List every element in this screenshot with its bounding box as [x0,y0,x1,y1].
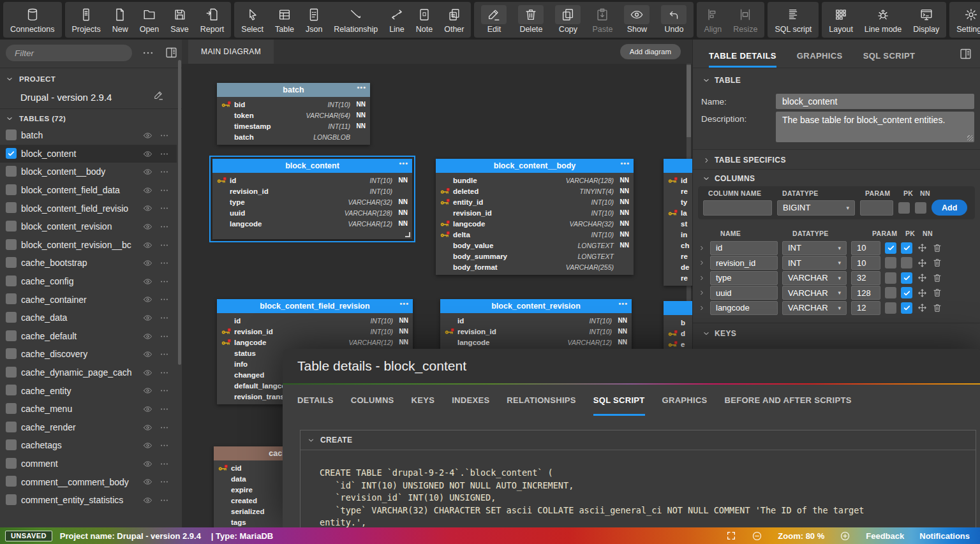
tables-section-header[interactable]: TABLES (72) [0,111,182,126]
modal-tab-indexes[interactable]: INDEXES [452,385,489,416]
table-visibility-checkbox[interactable] [6,129,17,140]
toolbar-select-button[interactable]: Select [235,3,269,36]
entity-header[interactable]: block_content_revision••• [440,299,632,313]
table-visibility-checkbox[interactable] [6,476,17,487]
column-name-input[interactable]: langcode [710,301,778,315]
table-list-item[interactable]: block_content_revision__bc [0,236,177,254]
entity-column-row[interactable]: langcodeVARCHAR(32)NN [436,218,634,229]
delete-row-icon[interactable] [932,243,942,253]
more-options-icon[interactable] [160,203,169,216]
table-list-item[interactable]: block_content__body [0,163,177,181]
sidebar-more-button[interactable] [142,47,154,62]
entity-column-row[interactable]: revision_idINT(10) [212,186,412,196]
entity-column-row[interactable]: entity_idINT(10)NN [436,196,634,207]
column-param-input[interactable]: 128 [851,286,880,300]
eye-icon[interactable] [143,477,152,489]
more-options-icon[interactable] [160,131,169,143]
modal-tab-graphics[interactable]: GRAPHICS [662,385,708,416]
modal-tab-sql-script[interactable]: SQL SCRIPT [593,385,645,416]
column-datatype-select[interactable]: INT▾ [782,241,847,255]
table-list-item[interactable]: comment [0,455,177,473]
entity-column-row[interactable]: uuidVARCHAR(128)NN [212,207,412,218]
table-section-header[interactable]: TABLE [698,73,741,88]
entity-column-row[interactable]: timestampINT(11)NN [217,121,370,131]
filter-input[interactable]: Filter [6,45,132,61]
entity-column-row[interactable]: re [664,186,692,196]
pk-checkbox[interactable] [885,257,896,268]
entity-header[interactable]: ••• [664,301,692,315]
table-list-item[interactable]: cache_discovery [0,345,177,364]
move-row-icon[interactable] [917,288,928,298]
column-datatype-select[interactable]: INT▾ [782,256,847,270]
eye-icon[interactable] [143,459,152,471]
more-options-icon[interactable] [160,386,169,398]
sql-script-code[interactable]: CREATE TABLE `drupal-9-2-4`.`block_conte… [320,467,976,527]
entity-column-row[interactable]: body_summaryLONGTEXT [436,251,634,261]
modal-tab-keys[interactable]: KEYS [412,385,435,416]
entity-menu-icon[interactable]: ••• [357,84,366,91]
toolbar-edit-button[interactable]: Edit [475,3,512,36]
table-visibility-checkbox[interactable] [6,367,17,378]
toolbar-show-button[interactable]: Show [618,3,655,36]
toolbar-other-button[interactable]: Other [438,3,470,36]
edit-project-icon[interactable] [153,90,164,103]
table-visibility-checkbox[interactable] [6,293,17,304]
entity-column-row[interactable]: revision_idINT(10)NN [440,326,632,337]
table-visibility-checkbox[interactable] [6,221,17,232]
more-options-icon[interactable] [160,167,169,179]
more-options-icon[interactable] [160,404,169,416]
more-options-icon[interactable] [160,258,169,270]
more-options-icon[interactable] [160,222,169,234]
move-row-icon[interactable] [917,242,928,253]
new-column-name-input[interactable] [703,200,772,216]
more-options-icon[interactable] [160,349,169,362]
table-list-item[interactable]: comment_entity_statistics [0,491,177,510]
more-options-icon[interactable] [160,368,169,380]
table-list-item[interactable]: cache_dynamic_page_cach [0,364,177,382]
table-visibility-checkbox[interactable] [6,184,17,195]
entity-column-row[interactable]: deltaINT(10)NN [436,229,634,240]
column-name-input[interactable]: id [710,241,778,255]
entity-column-row[interactable]: bidINT(10)NN [217,99,370,110]
entity-table-block-content-body[interactable]: block_content__body•••bundleVARCHAR(128)… [436,159,634,275]
table-visibility-checkbox[interactable] [6,257,17,268]
sidebar-panel-toggle-icon[interactable] [165,46,178,62]
right-panel-tab-graphics[interactable]: GRAPHICS [797,45,843,68]
entity-column-row[interactable]: langcodeVARCHAR(12)NN [440,337,632,348]
toolbar-sql-script-button[interactable]: SQL script [769,3,817,36]
eye-icon[interactable] [143,349,152,362]
delete-row-icon[interactable] [932,288,942,298]
entity-table[interactable]: •••bde [664,301,692,352]
table-list-item[interactable]: cache_config [0,272,177,291]
toolbar-delete-button[interactable]: Delete [512,3,549,36]
toolbar-layout-button[interactable]: Layout [823,3,859,36]
entity-column-row[interactable]: bundleVARCHAR(128)NN [436,175,634,186]
modal-tab-before-and-after-scripts[interactable]: BEFORE AND AFTER SCRIPTS [725,385,852,416]
table-list-item[interactable]: block_content_revision [0,217,177,236]
toolbar-projects-button[interactable]: Projects [66,3,107,36]
table-visibility-checkbox[interactable] [6,348,17,359]
table-list-item[interactable]: comment__comment_body [0,473,177,491]
more-options-icon[interactable] [160,240,169,253]
entity-table-block-content[interactable]: block_content•••idINT(10)NNrevision_idIN… [212,159,412,239]
entity-column-row[interactable]: ch [664,240,692,251]
more-options-icon[interactable] [160,149,169,161]
table-list-item[interactable]: cache_data [0,309,177,327]
more-options-icon[interactable] [160,423,169,435]
table-list-item[interactable]: cachetags [0,436,177,455]
toolbar-settings-button[interactable]: Settings [951,3,980,36]
new-column-pk-checkbox[interactable] [898,202,910,214]
entity-table[interactable]: •••idretylastinchredere [664,159,692,286]
eye-icon[interactable] [143,295,152,307]
eye-icon[interactable] [143,332,152,344]
delete-row-icon[interactable] [932,303,942,313]
modal-tab-relationships[interactable]: RELATIONSHIPS [507,385,575,416]
table-visibility-checkbox[interactable] [6,422,17,432]
column-param-input[interactable]: 32 [851,271,880,285]
more-options-icon[interactable] [160,477,169,489]
toolbar-new-button[interactable]: New [107,3,134,36]
eye-icon[interactable] [143,240,152,253]
eye-icon[interactable] [143,277,152,289]
resize-handle-icon[interactable] [405,232,410,237]
column-name-input[interactable]: revision_id [710,256,778,270]
